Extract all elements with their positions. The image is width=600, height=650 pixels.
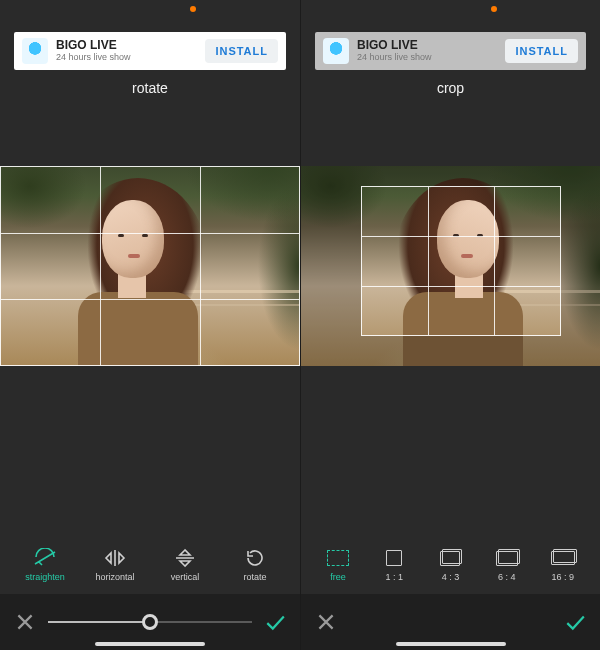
status-dot <box>190 6 196 12</box>
rotate-screen: BIGO LIVE 24 hours live show INSTALL rot… <box>0 0 300 650</box>
ad-title: BIGO LIVE <box>56 39 205 52</box>
slider-thumb[interactable] <box>142 614 158 630</box>
home-indicator <box>95 642 205 646</box>
mode-title: crop <box>301 80 600 96</box>
tool-flip-vertical[interactable]: vertical <box>162 548 208 582</box>
ad-app-icon <box>323 38 349 64</box>
tool-label: free <box>330 572 346 582</box>
tool-label: 4 : 3 <box>442 572 460 582</box>
straighten-icon <box>33 548 57 568</box>
tool-label: straighten <box>25 572 65 582</box>
rotate-icon <box>243 548 267 568</box>
ad-text: BIGO LIVE 24 hours live show <box>56 39 205 62</box>
tool-label: 1 : 1 <box>386 572 404 582</box>
confirm-button[interactable] <box>564 611 586 633</box>
aspect-1-1-icon <box>382 548 406 568</box>
crop-screen: BIGO LIVE 24 hours live show INSTALL cro… <box>300 0 600 650</box>
tool-label: rotate <box>243 572 266 582</box>
aspect-4-3-icon <box>438 548 462 568</box>
ad-banner[interactable]: BIGO LIVE 24 hours live show INSTALL <box>14 32 286 70</box>
ad-title: BIGO LIVE <box>357 39 505 52</box>
tool-straighten[interactable]: straighten <box>22 548 68 582</box>
crop-frame[interactable] <box>361 186 561 336</box>
rotate-grid-overlay <box>0 166 300 366</box>
mode-title: rotate <box>0 80 300 96</box>
ad-subtitle: 24 hours live show <box>56 53 205 63</box>
aspect-free[interactable]: free <box>315 548 361 582</box>
tool-label: 6 : 4 <box>498 572 516 582</box>
ad-text: BIGO LIVE 24 hours live show <box>357 39 505 62</box>
aspect-16-9-icon <box>551 548 575 568</box>
aspect-6-4-icon <box>495 548 519 568</box>
ad-install-button[interactable]: INSTALL <box>205 39 278 63</box>
aspect-4-3[interactable]: 4 : 3 <box>427 548 473 582</box>
ad-app-icon <box>22 38 48 64</box>
flip-vertical-icon <box>173 548 197 568</box>
image-canvas[interactable] <box>0 166 300 366</box>
straighten-slider[interactable] <box>48 621 252 623</box>
cancel-button[interactable] <box>14 611 36 633</box>
ad-banner[interactable]: BIGO LIVE 24 hours live show INSTALL <box>315 32 586 70</box>
crop-toolbar: free 1 : 1 4 : 3 6 : 4 16 : 9 <box>301 548 600 594</box>
aspect-16-9[interactable]: 16 : 9 <box>540 548 586 582</box>
aspect-6-4[interactable]: 6 : 4 <box>484 548 530 582</box>
tool-rotate-90[interactable]: rotate <box>232 548 278 582</box>
ad-subtitle: 24 hours live show <box>357 53 505 63</box>
tool-label: 16 : 9 <box>552 572 575 582</box>
cancel-button[interactable] <box>315 611 337 633</box>
confirm-button[interactable] <box>264 611 286 633</box>
home-indicator <box>396 642 506 646</box>
flip-horizontal-icon <box>103 548 127 568</box>
ad-install-button[interactable]: INSTALL <box>505 39 578 63</box>
aspect-1-1[interactable]: 1 : 1 <box>371 548 417 582</box>
status-dot <box>491 6 497 12</box>
tool-flip-horizontal[interactable]: horizontal <box>92 548 138 582</box>
tool-label: vertical <box>171 572 200 582</box>
image-canvas[interactable] <box>301 166 600 366</box>
tool-label: horizontal <box>95 572 134 582</box>
rotate-toolbar: straighten horizontal vertical rotate <box>0 548 300 594</box>
aspect-free-icon <box>326 548 350 568</box>
